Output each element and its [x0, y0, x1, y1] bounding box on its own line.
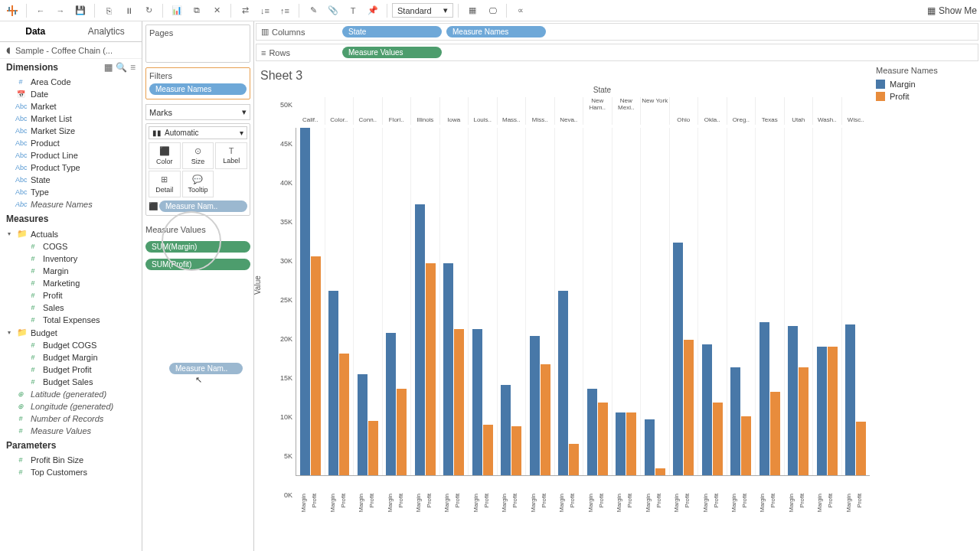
legend-item[interactable]: Profit: [876, 90, 977, 103]
bar[interactable]: [799, 367, 808, 475]
bar[interactable]: [856, 422, 866, 475]
bar[interactable]: [673, 243, 683, 475]
measure-folder[interactable]: ▾📁Actuals: [0, 227, 142, 240]
measure-field[interactable]: #Number of Records: [0, 412, 142, 425]
tableau-logo-icon[interactable]: [3, 2, 21, 19]
measure-folder[interactable]: ▾📁Budget: [0, 326, 142, 339]
swap-icon[interactable]: ⇄: [236, 2, 254, 19]
new-worksheet-icon[interactable]: 📊: [168, 2, 186, 19]
parameter-field[interactable]: #Top Customers: [0, 466, 142, 478]
dimension-field[interactable]: AbcProduct: [0, 137, 142, 149]
clear-icon[interactable]: ✕: [207, 2, 226, 19]
presentation-icon[interactable]: 🖵: [483, 2, 501, 19]
duplicate-icon[interactable]: ⧉: [188, 2, 206, 19]
filters-shelf[interactable]: Filters Measure Names: [145, 67, 250, 99]
bar[interactable]: [328, 291, 338, 475]
dimension-field[interactable]: AbcMarket Size: [0, 125, 142, 137]
bar[interactable]: [770, 392, 780, 475]
measure-field[interactable]: #Measure Values: [0, 425, 142, 437]
bar[interactable]: [483, 425, 493, 475]
measure-field[interactable]: #Budget Sales: [0, 376, 142, 388]
bar[interactable]: [339, 354, 349, 475]
mark-detail[interactable]: ⊞Detail: [149, 171, 181, 197]
measure-field[interactable]: ⊕Longitude (generated): [0, 400, 142, 412]
measure-field[interactable]: #Profit: [0, 289, 142, 302]
filter-pill-measure-names[interactable]: Measure Names: [149, 83, 247, 95]
bar[interactable]: [511, 426, 521, 475]
col-pill-measure-names[interactable]: Measure Names: [446, 26, 546, 37]
bar[interactable]: [626, 412, 636, 475]
bar[interactable]: [397, 389, 407, 476]
measure-field[interactable]: #Budget COGS: [0, 339, 142, 351]
pages-shelf[interactable]: Pages: [145, 24, 250, 63]
tab-data[interactable]: Data: [0, 21, 71, 41]
dimension-field[interactable]: AbcMarket List: [0, 112, 142, 125]
bar[interactable]: [443, 263, 453, 475]
dimension-field[interactable]: AbcType: [0, 186, 142, 198]
mark-label[interactable]: TLabel: [215, 142, 247, 169]
tab-analytics[interactable]: Analytics: [71, 21, 142, 41]
mark-size[interactable]: ⊙Size: [182, 142, 214, 169]
legend-item[interactable]: Margin: [876, 78, 977, 90]
bar[interactable]: [788, 326, 798, 475]
col-pill-state[interactable]: State: [342, 26, 442, 37]
bar[interactable]: [702, 344, 712, 475]
bar[interactable]: [684, 340, 694, 475]
bar[interactable]: [828, 347, 838, 475]
sort-asc-icon[interactable]: ↓≡: [256, 2, 274, 19]
bar[interactable]: [760, 322, 769, 475]
bar[interactable]: [368, 421, 378, 475]
marks-type-dropdown[interactable]: ▮▮Automatic▾: [149, 126, 247, 139]
bar[interactable]: [817, 347, 827, 475]
bar[interactable]: [616, 412, 626, 475]
measure-field[interactable]: ⊕Latitude (generated): [0, 388, 142, 400]
sheet-title[interactable]: Sheet 3: [260, 69, 870, 83]
datasource-row[interactable]: ◖ Sample - Coffee Chain (...: [0, 42, 142, 59]
fit-dropdown[interactable]: Standard▾: [392, 3, 453, 18]
new-datasource-icon[interactable]: ⎘: [100, 2, 118, 19]
columns-shelf[interactable]: ▥Columns State Measure Names: [256, 23, 978, 41]
mark-color[interactable]: ⬛Color: [149, 142, 181, 169]
save-icon[interactable]: 💾: [71, 2, 90, 19]
bar[interactable]: [300, 128, 310, 475]
chart-plot[interactable]: State Calif..Color..Conn..Flori..Illinoi…: [296, 128, 870, 476]
menu-icon[interactable]: ≡: [130, 62, 136, 73]
marks-header[interactable]: Marks▾: [145, 104, 250, 120]
bar[interactable]: [501, 385, 511, 475]
share-icon[interactable]: ∝: [511, 2, 530, 19]
bar[interactable]: [386, 333, 396, 475]
bar[interactable]: [741, 416, 751, 475]
dimension-field[interactable]: AbcState: [0, 174, 142, 186]
dimension-field[interactable]: AbcMeasure Names: [0, 198, 142, 210]
bar[interactable]: [454, 329, 464, 475]
sort-desc-icon[interactable]: ↑≡: [276, 2, 294, 19]
mv-pill-profit[interactable]: SUM(Profit): [145, 259, 250, 270]
bar[interactable]: [358, 374, 368, 475]
bar[interactable]: [845, 324, 855, 475]
mark-pill-measure-names[interactable]: Measure Nam..: [159, 201, 247, 212]
cards-icon[interactable]: ▦: [463, 2, 482, 19]
row-pill-measure-values[interactable]: Measure Values: [342, 47, 442, 58]
measure-field[interactable]: #COGS: [0, 240, 142, 253]
bar[interactable]: [598, 403, 608, 475]
view-icon[interactable]: ▦: [104, 62, 113, 73]
bar[interactable]: [730, 367, 740, 475]
measure-field[interactable]: #Budget Profit: [0, 364, 142, 376]
bar[interactable]: [655, 468, 665, 475]
show-me-button[interactable]: ▦Show Me: [927, 5, 977, 16]
search-icon[interactable]: 🔍: [116, 62, 127, 73]
measure-field[interactable]: #Inventory: [0, 253, 142, 265]
mv-pill-margin[interactable]: SUM(Margin): [145, 241, 250, 253]
bar[interactable]: [426, 263, 436, 475]
pin-icon[interactable]: 📌: [364, 2, 382, 19]
measure-field[interactable]: #Marketing: [0, 277, 142, 289]
forward-icon[interactable]: →: [51, 2, 70, 19]
label-icon[interactable]: T: [344, 2, 362, 19]
refresh-icon[interactable]: ↻: [139, 2, 158, 19]
measure-field[interactable]: #Budget Margin: [0, 351, 142, 364]
back-icon[interactable]: ←: [31, 2, 50, 19]
mark-tooltip[interactable]: 💬Tooltip: [182, 171, 214, 197]
group-icon[interactable]: 📎: [324, 2, 342, 19]
measure-field[interactable]: #Sales: [0, 302, 142, 314]
dimension-field[interactable]: AbcProduct Line: [0, 149, 142, 161]
